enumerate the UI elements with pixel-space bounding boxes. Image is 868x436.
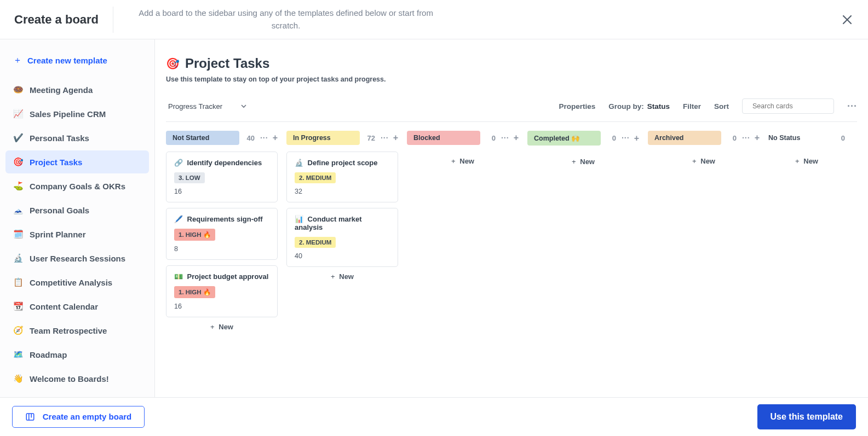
add-card-button[interactable]: + New xyxy=(407,152,519,171)
sidebar-item-label: Meeting Agenda xyxy=(30,85,93,95)
sidebar-item-icon: 👋 xyxy=(13,374,23,383)
template-sidebar: ＋ Create new template 🍩Meeting Agenda📈Sa… xyxy=(0,39,155,397)
sidebar-item[interactable]: ⛳Company Goals & OKRs xyxy=(5,175,149,197)
sidebar-item-label: Competitive Analysis xyxy=(30,278,112,287)
column-title[interactable]: In Progress xyxy=(286,131,360,145)
close-icon[interactable] xyxy=(841,13,854,26)
sidebar-item[interactable]: 🗺️Roadmap xyxy=(5,343,149,366)
board-card[interactable]: 🔗 Identify dependencies3. LOW16 xyxy=(166,152,278,202)
sidebar-item[interactable]: 🧭Team Retrospective xyxy=(5,319,149,342)
add-card-button[interactable]: + New xyxy=(286,267,398,286)
column-title[interactable]: Not Started xyxy=(166,131,239,145)
sidebar-item-icon: 📋 xyxy=(13,277,23,287)
sidebar-item-label: Roadmap xyxy=(30,350,67,359)
column-more-icon[interactable]: ··· xyxy=(260,136,268,140)
board-card[interactable]: 💵 Project budget approval1. HIGH 🔥16 xyxy=(166,265,278,317)
sidebar-item-icon: 🍩 xyxy=(13,85,23,95)
board-card[interactable]: 📊 Conduct market analysis2. MEDIUM40 xyxy=(286,208,398,267)
column-count: 0 xyxy=(486,134,496,142)
plus-icon: + xyxy=(331,272,335,281)
card-priority-tag: 1. HIGH 🔥 xyxy=(174,229,215,241)
page-description: Use this template to stay on top of your… xyxy=(166,75,857,83)
sidebar-item-icon: 🧭 xyxy=(13,325,23,335)
column-header: No Status0 xyxy=(768,131,845,145)
create-new-template-button[interactable]: ＋ Create new template xyxy=(5,49,149,78)
board-column: In Progress72···+🔬 Define project scope2… xyxy=(286,131,398,286)
create-new-template-label: Create new template xyxy=(27,56,107,65)
board-column: No Status0+ New xyxy=(768,131,845,171)
sidebar-item[interactable]: 🔬User Research Sessions xyxy=(5,247,149,270)
sidebar-item[interactable]: 🎯Project Tasks xyxy=(5,150,149,173)
plus-icon: + xyxy=(795,157,800,165)
sidebar-item-label: Personal Goals xyxy=(30,206,89,215)
column-count: 40 xyxy=(245,134,255,142)
view-name: Progress Tracker xyxy=(168,102,222,111)
sort-button[interactable]: Sort xyxy=(714,102,729,111)
view-selector[interactable]: Progress Tracker xyxy=(166,102,246,111)
groupby-button[interactable]: Group by: Status xyxy=(608,102,670,111)
sidebar-item-icon: ✔️ xyxy=(13,133,23,143)
plus-icon: + xyxy=(572,158,576,166)
column-add-icon[interactable]: + xyxy=(634,133,639,143)
board-card[interactable]: 🖊️ Requirements sign-off1. HIGH 🔥8 xyxy=(166,208,278,260)
column-count: 72 xyxy=(365,134,375,142)
sidebar-item[interactable]: 📋Competitive Analysis xyxy=(5,271,149,294)
column-more-icon[interactable]: ··· xyxy=(381,136,389,140)
add-card-button[interactable]: + New xyxy=(527,152,639,171)
sidebar-item-label: User Research Sessions xyxy=(30,254,125,263)
sidebar-item[interactable]: 🗓️Sprint Planner xyxy=(5,223,149,246)
card-number: 32 xyxy=(295,188,390,195)
card-title: 🔬 Define project scope xyxy=(295,159,390,167)
sidebar-item-icon: 🎯 xyxy=(13,157,23,167)
card-icon: 🔗 xyxy=(174,159,183,167)
sidebar-item[interactable]: 🍩Meeting Agenda xyxy=(5,78,149,101)
chevron-down-icon xyxy=(241,102,246,111)
column-add-icon[interactable]: + xyxy=(755,133,760,143)
svg-rect-4 xyxy=(26,414,34,420)
properties-button[interactable]: Properties xyxy=(559,102,595,111)
column-count: 0 xyxy=(835,134,845,142)
use-template-button[interactable]: Use this template xyxy=(757,404,856,429)
search-box[interactable] xyxy=(742,98,834,114)
filter-button[interactable]: Filter xyxy=(683,102,701,111)
add-card-button[interactable]: + New xyxy=(166,317,278,336)
column-title[interactable]: No Status xyxy=(768,131,830,145)
sidebar-item[interactable]: 👋Welcome to Boards! xyxy=(5,367,149,390)
column-more-icon[interactable]: ··· xyxy=(501,136,509,140)
sidebar-item[interactable]: 🗻Personal Goals xyxy=(5,199,149,222)
column-more-icon[interactable]: ··· xyxy=(742,136,750,140)
sidebar-item[interactable]: 📆Content Calendar xyxy=(5,295,149,318)
sidebar-item[interactable]: 📈Sales Pipeline CRM xyxy=(5,102,149,125)
column-title[interactable]: Completed 🙌 xyxy=(527,131,601,146)
column-title[interactable]: Archived xyxy=(648,131,721,145)
groupby-value: Status xyxy=(647,102,670,111)
column-add-icon[interactable]: + xyxy=(393,133,398,143)
more-options-button[interactable]: ··· xyxy=(847,103,857,110)
sidebar-item-icon: ⛳ xyxy=(13,181,23,191)
column-add-icon[interactable]: + xyxy=(273,133,278,143)
create-empty-board-button[interactable]: Create an empty board xyxy=(12,406,145,428)
add-card-button[interactable]: + New xyxy=(768,152,845,171)
card-priority-tag: 2. MEDIUM xyxy=(295,172,336,183)
column-header: Not Started40···+ xyxy=(166,131,278,145)
column-title[interactable]: Blocked xyxy=(407,131,480,145)
page-title: 🎯 Project Tasks xyxy=(166,56,857,71)
sidebar-item-icon: 📈 xyxy=(13,109,23,119)
add-card-button[interactable]: + New xyxy=(648,152,760,171)
card-number: 40 xyxy=(295,252,390,260)
search-input[interactable] xyxy=(752,102,838,110)
sidebar-item[interactable]: ✔️Personal Tasks xyxy=(5,126,149,149)
board-column: Blocked0···++ New xyxy=(407,131,519,171)
template-preview: 🎯 Project Tasks Use this template to sta… xyxy=(155,39,868,397)
card-icon: 📊 xyxy=(295,215,303,223)
board-card[interactable]: 🔬 Define project scope2. MEDIUM32 xyxy=(286,152,398,202)
column-count: 0 xyxy=(606,134,616,142)
column-more-icon[interactable]: ··· xyxy=(622,136,630,140)
column-header: Completed 🙌0···+ xyxy=(527,131,639,146)
card-icon: 💵 xyxy=(174,272,183,281)
card-icon: 🖊️ xyxy=(174,215,183,223)
create-empty-board-label: Create an empty board xyxy=(43,412,132,422)
column-add-icon[interactable]: + xyxy=(514,133,519,143)
sidebar-item-label: Team Retrospective xyxy=(30,326,107,335)
card-priority-tag: 3. LOW xyxy=(174,172,205,183)
